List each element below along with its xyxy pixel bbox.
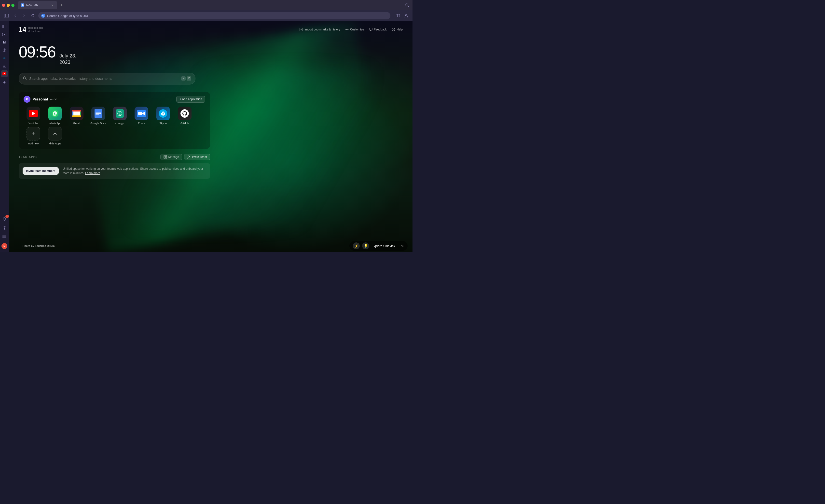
sidebar-avatar[interactable]: N — [1, 243, 7, 249]
yt-play-triangle — [32, 112, 35, 116]
personal-title: Personal — [32, 97, 48, 101]
invite-team-button[interactable]: Invite Team — [184, 154, 210, 160]
close-window-button[interactable] — [2, 4, 5, 7]
search-placeholder: Search apps, tabs, bookmarks, history an… — [29, 77, 179, 81]
feedback-label: Feedback — [374, 28, 387, 31]
nav-right-actions — [394, 12, 409, 19]
app-item-chatgpt[interactable]: chatgpt — [110, 106, 130, 125]
docs-icon-inner — [94, 109, 102, 118]
main-content: M S — [0, 21, 412, 252]
svg-rect-41 — [164, 155, 165, 157]
app-item-add-new[interactable]: + Add new — [23, 127, 43, 145]
google-docs-label: Google Docs — [90, 122, 106, 125]
app-item-zoom[interactable]: Zoom — [132, 106, 151, 125]
address-bar[interactable]: G Search Google or type a URL — [38, 12, 390, 19]
new-tab-button[interactable]: + — [58, 2, 65, 9]
explore-sidekick-label: Explore Sidekick — [372, 244, 395, 248]
search-button[interactable] — [404, 2, 410, 9]
notification-badge: 1 — [5, 215, 9, 218]
forward-button[interactable] — [21, 12, 27, 19]
sidebar-item-gmail[interactable]: M — [1, 39, 8, 46]
svg-rect-36 — [72, 110, 81, 112]
minimize-window-button[interactable] — [7, 4, 10, 7]
add-application-label: + Add application — [179, 97, 202, 101]
team-title: TEAM APPS — [19, 155, 38, 158]
team-header: TEAM APPS Manage — [19, 154, 210, 160]
fullscreen-window-button[interactable] — [11, 4, 14, 7]
gmail-label: Gmail — [73, 122, 80, 125]
clock-date-line2: 2023 — [59, 59, 76, 65]
photo-credit-prefix: Photo by — [22, 244, 35, 247]
profile-button[interactable] — [403, 12, 409, 19]
apps-title-area: P Personal ••• — [23, 96, 57, 103]
personal-menu-button[interactable]: ••• — [50, 97, 57, 101]
zoom-icon — [135, 106, 148, 120]
customize-label: Customize — [350, 28, 364, 31]
active-tab[interactable]: New Tab ✕ — [18, 1, 57, 9]
app-item-skype[interactable]: S Skype — [153, 106, 173, 125]
github-label: GitHub — [180, 122, 189, 125]
app-item-youtube[interactable]: Youtube — [23, 106, 43, 125]
team-section: TEAM APPS Manage — [19, 154, 210, 179]
customize-button[interactable]: Customize — [345, 28, 364, 31]
app-item-whatsapp[interactable]: WhatsApp — [45, 106, 65, 125]
sidebar-item-youtube[interactable] — [1, 70, 8, 77]
whatsapp-label: WhatsApp — [49, 122, 61, 125]
add-application-button[interactable]: + Add application — [176, 96, 205, 103]
zoom-icon-inner — [137, 110, 146, 117]
blocked-ads-section: 14 Blocked ads & trackers — [19, 26, 43, 33]
github-icon-inner — [180, 109, 189, 118]
back-button[interactable] — [12, 12, 19, 19]
reload-button[interactable] — [29, 12, 36, 19]
sidebar-item-tabs[interactable] — [1, 23, 8, 30]
tab-bar: New Tab ✕ + — [0, 0, 412, 10]
svg-rect-10 — [2, 33, 6, 36]
zoom-label: Zoom — [138, 122, 145, 125]
top-bar: 14 Blocked ads & trackers Import bookmar… — [19, 26, 403, 33]
search-shortcut: ⌥ F — [181, 76, 191, 81]
sidebar-item-slack[interactable] — [1, 47, 8, 54]
invite-members-button[interactable]: Invite team members — [22, 167, 59, 174]
app-item-gmail[interactable]: Gmail — [67, 106, 86, 125]
personal-avatar: P — [23, 96, 30, 103]
sidebar-item-docs[interactable] — [1, 62, 8, 69]
sidebar-item-skype[interactable]: S — [1, 55, 8, 61]
docs-line-3 — [95, 115, 99, 115]
sidebar-item-mail[interactable] — [1, 31, 8, 38]
sidebar-menu[interactable] — [1, 233, 8, 240]
svg-text:S: S — [162, 112, 164, 115]
svg-rect-24 — [300, 28, 303, 31]
docs-line-2 — [95, 113, 101, 114]
search-icon — [23, 76, 27, 81]
svg-point-20 — [4, 227, 5, 229]
gmail-icon — [70, 106, 83, 120]
clock-section: 09:56 July 23, 2023 — [19, 43, 403, 65]
svg-rect-39 — [138, 112, 142, 115]
learn-more-link[interactable]: Learn more — [85, 171, 100, 175]
search-bar[interactable]: Search apps, tabs, bookmarks, history an… — [19, 73, 196, 84]
svg-line-2 — [408, 6, 409, 7]
team-description-text: Unified space for working on your team's… — [63, 167, 203, 175]
feedback-button[interactable]: Feedback — [369, 28, 387, 31]
tab-layout-button[interactable] — [394, 12, 401, 19]
whatsapp-icon — [48, 106, 62, 120]
sidebar-settings[interactable] — [1, 224, 8, 231]
add-new-label: Add new — [28, 142, 39, 145]
app-item-hide-apps[interactable]: Hide Apps — [45, 127, 65, 145]
import-bookmarks-button[interactable]: Import bookmarks & history — [300, 28, 340, 31]
clock-time: 09:56 — [19, 43, 56, 61]
sidebar-toggle-button[interactable] — [3, 12, 10, 19]
app-item-github[interactable]: GitHub — [175, 106, 195, 125]
svg-point-25 — [347, 29, 348, 30]
svg-rect-8 — [2, 25, 6, 28]
bulb-icon: 💡 — [362, 242, 369, 249]
notification-wrapper: 1 — [1, 216, 8, 222]
sidebar-item-add[interactable]: + — [1, 79, 8, 86]
apps-header: P Personal ••• + Add application — [23, 96, 205, 103]
app-item-google-docs[interactable]: Google Docs — [88, 106, 108, 125]
hide-apps-icon — [48, 127, 62, 141]
manage-button[interactable]: Manage — [160, 154, 182, 160]
tab-close-button[interactable]: ✕ — [50, 3, 54, 7]
explore-sidekick[interactable]: ⚡ 💡 Explore Sidekick 0% — [350, 241, 407, 251]
help-button[interactable]: ? Help — [392, 28, 403, 31]
